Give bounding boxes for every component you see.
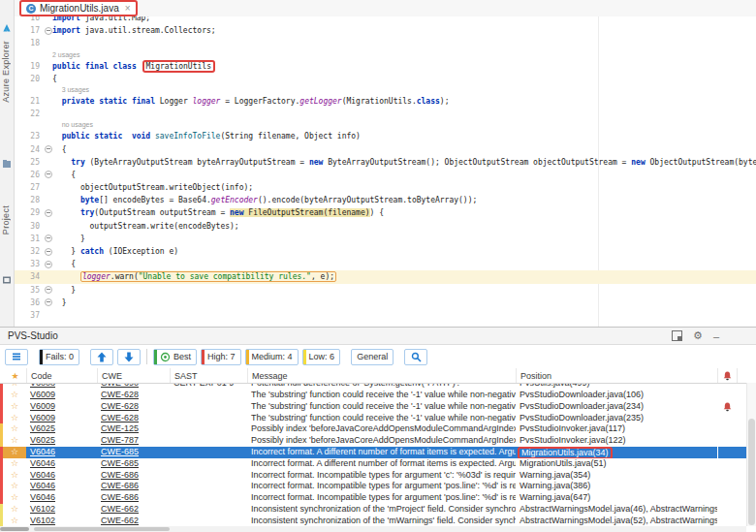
line-number[interactable]: 19 (15, 60, 44, 73)
favorite-star-icon[interactable]: ☆ (3, 401, 26, 413)
line-number[interactable]: 28 (15, 194, 44, 206)
cwe-link[interactable]: CWE-628 (97, 413, 170, 424)
line-number[interactable]: 30 (15, 220, 44, 233)
menu-icon[interactable] (5, 349, 28, 365)
favorite-star-icon[interactable]: ☆ (3, 423, 26, 435)
sidebar-item-azure-explorer[interactable]: Azure Explorer (1, 41, 11, 103)
filter-best-button[interactable]: Best (153, 349, 197, 365)
scrollbar-segment[interactable] (0, 527, 29, 531)
azure-icon[interactable] (2, 23, 12, 33)
favorite-star-icon[interactable]: ☆ (3, 504, 26, 516)
favorite-star-icon[interactable]: ☆ (3, 458, 26, 470)
column-header-position[interactable]: Position (517, 368, 718, 383)
code-line-20[interactable]: 20{ (15, 73, 756, 85)
code-line-22[interactable]: 22 (15, 108, 756, 120)
filter-medium-button[interactable]: Medium: 4 (245, 349, 299, 365)
table-row[interactable]: ☆V6046CWE-685Incorrect format. A differe… (0, 458, 756, 470)
code-editor[interactable]: 16import java.util.Map;17import java.uti… (15, 16, 756, 327)
code-line-30[interactable]: 30 outputStream.write(encodeBytes); (15, 220, 756, 233)
position-cell[interactable]: PvsStudioInvoker.java(117) (516, 423, 717, 435)
position-cell[interactable]: PvsUtils.java(499) (516, 384, 717, 390)
cwe-link[interactable]: CWE-686 (97, 481, 170, 492)
fold-icon[interactable] (45, 27, 52, 35)
code-line-26[interactable]: 26 { (15, 169, 756, 181)
code-line-18[interactable]: 18 (15, 37, 756, 49)
column-header-cwe[interactable]: CWE (98, 368, 171, 383)
position-cell[interactable]: MigrationUtils.java(51) (516, 458, 717, 470)
table-row[interactable]: ☆V6009CWE-628The 'substring' function co… (0, 413, 756, 424)
cwe-link[interactable]: CWE-787 (97, 435, 170, 447)
cwe-link[interactable]: CWE-690 (97, 384, 170, 390)
favorite-star-icon[interactable]: ☆ (3, 492, 26, 504)
next-issue-button[interactable] (117, 349, 141, 365)
table-row[interactable]: ☆V6102CWE-662Inconsistent synchronizatio… (0, 504, 756, 516)
alarm-bell-icon[interactable] (717, 401, 737, 413)
table-row[interactable]: ☆V6102CWE-662Inconsistent synchronizatio… (0, 516, 756, 527)
alarm-bell-icon[interactable] (718, 368, 738, 383)
code-line-27[interactable]: 27 objectOutputStream.writeObject(info); (15, 181, 756, 194)
favorite-star-icon[interactable]: ☆ (3, 516, 26, 527)
filter-fails-button[interactable]: Fails: 0 (39, 349, 79, 365)
code-line-25[interactable]: 25 try (ByteArrayOutputStream byteArrayO… (15, 156, 756, 169)
line-number[interactable]: 34 (15, 270, 44, 283)
fold-icon[interactable] (45, 209, 52, 217)
line-number[interactable]: 29 (15, 206, 44, 219)
prev-issue-button[interactable] (90, 349, 113, 365)
position-cell[interactable]: Warning.java(354) (516, 470, 717, 482)
fold-icon[interactable] (45, 171, 52, 178)
code-line-29[interactable]: 29 try(OutputStream outputStream = new F… (15, 206, 756, 219)
issue-code-link[interactable]: V6025 (26, 423, 97, 435)
cwe-link[interactable]: CWE-628 (97, 390, 170, 401)
position-cell[interactable]: Warning.java(386) (516, 481, 717, 492)
fold-icon[interactable] (45, 286, 52, 294)
filter-low-button[interactable]: Low: 6 (302, 349, 341, 365)
position-cell[interactable]: PvsStudioDownloader.java(234) (516, 401, 717, 413)
code-line-23[interactable]: 23 public static void saveInfoToFile(Str… (15, 130, 756, 142)
project-folder-icon[interactable] (2, 275, 12, 285)
line-number[interactable]: 16 (15, 16, 44, 24)
line-number[interactable]: 18 (15, 37, 44, 49)
line-number[interactable]: 25 (15, 156, 44, 169)
issue-code-link[interactable]: V6008 (26, 384, 97, 390)
editor-tab[interactable]: C MigrationUtils.java × (19, 0, 138, 16)
column-header-message[interactable]: Message (248, 368, 517, 383)
line-number[interactable]: 27 (15, 181, 44, 194)
fold-icon[interactable] (45, 235, 52, 242)
code-line-31[interactable]: 31 } (15, 233, 756, 245)
table-row[interactable]: ☆V6025CWE-125Possibly index 'beforeJavaC… (0, 423, 756, 435)
favorite-star-icon[interactable]: ☆ (3, 435, 26, 447)
filter-general-button[interactable]: General (351, 349, 394, 365)
code-line-16[interactable]: 16import java.util.Map; (15, 16, 756, 24)
line-number[interactable]: 26 (15, 169, 44, 181)
settings-gear-icon[interactable]: ⚙ (693, 329, 703, 342)
favorite-column-header[interactable]: ★ (4, 368, 27, 383)
usages-hint[interactable]: 2 usages (52, 50, 79, 60)
line-number[interactable]: 20 (15, 73, 44, 85)
table-row[interactable]: ☆V6008CWE-690CERT-EXP01-JPotential null … (0, 384, 756, 390)
column-header-code[interactable]: Code (27, 368, 98, 383)
restore-window-icon[interactable] (672, 330, 682, 341)
line-number[interactable]: 33 (15, 258, 44, 270)
cwe-link[interactable]: CWE-686 (97, 492, 170, 504)
cwe-link[interactable]: CWE-662 (97, 504, 170, 516)
code-line-36[interactable]: 36 } (15, 297, 756, 309)
code-line-28[interactable]: 28 byte[] encodeBytes = Base64.getEncode… (15, 194, 756, 206)
cwe-link[interactable]: CWE-628 (97, 401, 170, 413)
scrollbar-thumb[interactable] (34, 527, 170, 531)
sidebar-item-project[interactable]: Project (1, 205, 11, 235)
position-cell[interactable]: PvsStudioInvoker.java(122) (516, 435, 717, 447)
fold-icon[interactable] (45, 261, 52, 268)
code-line-37[interactable]: 37 (15, 309, 756, 322)
issue-code-link[interactable]: V6046 (26, 447, 97, 458)
usages-hint[interactable]: no usages (52, 120, 93, 130)
cwe-link[interactable]: CWE-125 (97, 423, 170, 435)
line-number[interactable]: 31 (15, 233, 44, 245)
issue-code-link[interactable]: V6102 (26, 516, 97, 527)
line-number[interactable]: 35 (15, 284, 44, 297)
usages-hint[interactable]: 3 usages (52, 85, 89, 95)
issue-code-link[interactable]: V6046 (26, 481, 97, 492)
line-number[interactable]: 17 (15, 24, 44, 37)
fold-icon[interactable] (45, 298, 52, 306)
horizontal-scrollbar[interactable] (0, 526, 746, 532)
cwe-link[interactable]: CWE-685 (97, 458, 170, 470)
